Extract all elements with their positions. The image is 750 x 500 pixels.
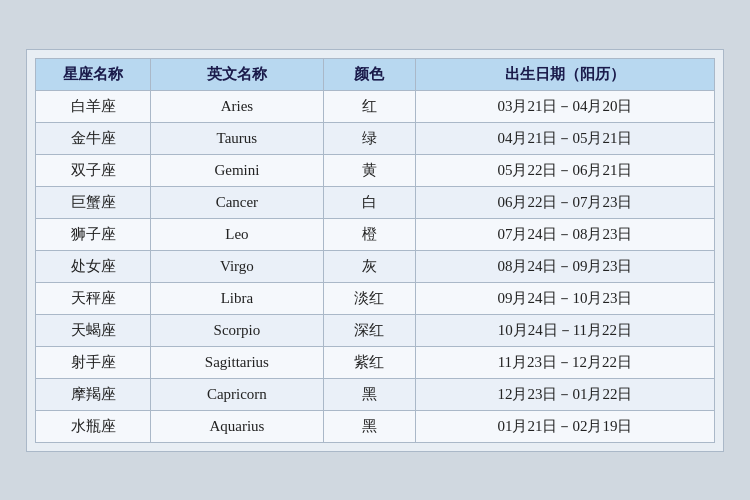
cell-en: Taurus [151, 122, 324, 154]
cell-date: 01月21日－02月19日 [415, 410, 714, 442]
cell-zh: 天秤座 [36, 282, 151, 314]
header-date: 出生日期（阳历） [415, 58, 714, 90]
cell-date: 12月23日－01月22日 [415, 378, 714, 410]
cell-en: Capricorn [151, 378, 324, 410]
cell-en: Sagittarius [151, 346, 324, 378]
cell-color: 深红 [323, 314, 415, 346]
header-color: 颜色 [323, 58, 415, 90]
cell-color: 黑 [323, 410, 415, 442]
table-row: 狮子座Leo橙07月24日－08月23日 [36, 218, 715, 250]
cell-color: 灰 [323, 250, 415, 282]
table-row: 水瓶座Aquarius黑01月21日－02月19日 [36, 410, 715, 442]
cell-en: Aries [151, 90, 324, 122]
cell-date: 10月24日－11月22日 [415, 314, 714, 346]
header-en: 英文名称 [151, 58, 324, 90]
cell-en: Cancer [151, 186, 324, 218]
cell-date: 04月21日－05月21日 [415, 122, 714, 154]
cell-zh: 白羊座 [36, 90, 151, 122]
cell-date: 08月24日－09月23日 [415, 250, 714, 282]
cell-date: 05月22日－06月21日 [415, 154, 714, 186]
table-row: 巨蟹座Cancer白06月22日－07月23日 [36, 186, 715, 218]
cell-zh: 摩羯座 [36, 378, 151, 410]
cell-date: 07月24日－08月23日 [415, 218, 714, 250]
cell-color: 黄 [323, 154, 415, 186]
cell-zh: 射手座 [36, 346, 151, 378]
zodiac-table-wrapper: 星座名称 英文名称 颜色 出生日期（阳历） 白羊座Aries红03月21日－04… [26, 49, 724, 452]
cell-en: Virgo [151, 250, 324, 282]
cell-color: 淡红 [323, 282, 415, 314]
cell-zh: 狮子座 [36, 218, 151, 250]
cell-en: Leo [151, 218, 324, 250]
cell-zh: 巨蟹座 [36, 186, 151, 218]
cell-en: Scorpio [151, 314, 324, 346]
cell-zh: 天蝎座 [36, 314, 151, 346]
cell-color: 橙 [323, 218, 415, 250]
cell-date: 11月23日－12月22日 [415, 346, 714, 378]
table-row: 处女座Virgo灰08月24日－09月23日 [36, 250, 715, 282]
cell-en: Aquarius [151, 410, 324, 442]
cell-color: 绿 [323, 122, 415, 154]
table-row: 摩羯座Capricorn黑12月23日－01月22日 [36, 378, 715, 410]
cell-zh: 双子座 [36, 154, 151, 186]
cell-color: 红 [323, 90, 415, 122]
cell-en: Libra [151, 282, 324, 314]
table-row: 天蝎座Scorpio深红10月24日－11月22日 [36, 314, 715, 346]
header-zh: 星座名称 [36, 58, 151, 90]
table-row: 金牛座Taurus绿04月21日－05月21日 [36, 122, 715, 154]
cell-color: 白 [323, 186, 415, 218]
cell-zh: 金牛座 [36, 122, 151, 154]
cell-en: Gemini [151, 154, 324, 186]
cell-color: 紫红 [323, 346, 415, 378]
table-row: 白羊座Aries红03月21日－04月20日 [36, 90, 715, 122]
cell-date: 09月24日－10月23日 [415, 282, 714, 314]
cell-zh: 水瓶座 [36, 410, 151, 442]
cell-date: 03月21日－04月20日 [415, 90, 714, 122]
zodiac-table: 星座名称 英文名称 颜色 出生日期（阳历） 白羊座Aries红03月21日－04… [35, 58, 715, 443]
cell-date: 06月22日－07月23日 [415, 186, 714, 218]
table-row: 天秤座Libra淡红09月24日－10月23日 [36, 282, 715, 314]
table-body: 白羊座Aries红03月21日－04月20日金牛座Taurus绿04月21日－0… [36, 90, 715, 442]
cell-color: 黑 [323, 378, 415, 410]
table-row: 双子座Gemini黄05月22日－06月21日 [36, 154, 715, 186]
table-header-row: 星座名称 英文名称 颜色 出生日期（阳历） [36, 58, 715, 90]
cell-zh: 处女座 [36, 250, 151, 282]
table-row: 射手座Sagittarius紫红11月23日－12月22日 [36, 346, 715, 378]
